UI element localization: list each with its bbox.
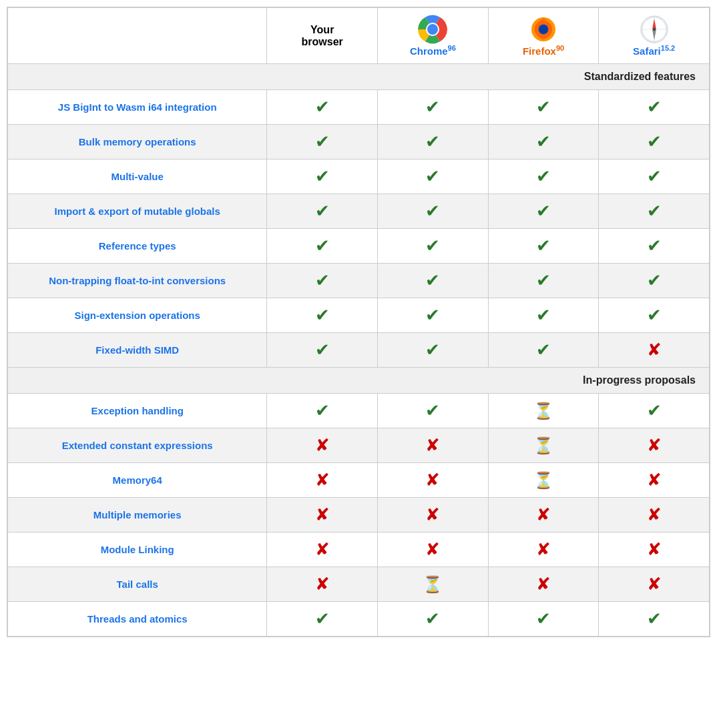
feature-name: Bulk memory operations [79,136,196,147]
support-cell-0: ✔ [267,298,378,333]
cross-icon: ✘ [647,340,662,360]
feature-name-cell: Memory64 [8,463,267,498]
chrome-label: Chrome [410,45,448,57]
check-icon: ✔ [425,97,440,117]
feature-name-cell: Module Linking [8,532,267,567]
support-cell-2: ⏳ [488,463,599,498]
table-row: Memory64 ✘✘⏳✘ [8,463,710,498]
support-cell-3: ✔ [599,90,710,125]
support-cell-2: ✘ [488,498,599,532]
firefox-version: 90 [556,44,564,52]
chrome-icon-wrapper: Chrome96 [383,15,483,57]
support-cell-2: ✔ [488,159,599,194]
support-cell-0: ✔ [267,194,378,229]
section-title-0: Standardized features [8,64,710,90]
support-cell-0: ✔ [267,602,378,637]
firefox-name: Firefox90 [523,44,564,57]
check-icon: ✔ [315,305,330,325]
support-cell-1: ✔ [378,602,489,637]
support-cell-2: ✔ [488,602,599,637]
support-cell-1: ✔ [378,264,489,298]
feature-name-cell: Exception handling [8,394,267,428]
feature-name: Fixed-width SIMD [95,344,179,356]
support-cell-1: ✘ [378,463,489,498]
support-cell-3: ✔ [599,194,710,229]
firefox-icon [529,15,558,44]
check-icon: ✔ [647,236,662,256]
support-cell-1: ✔ [378,125,489,159]
table-row: Bulk memory operations ✔✔✔✔ [8,125,710,159]
feature-name-cell: Extended constant expressions [8,428,267,463]
safari-name: Safari15.2 [633,44,675,57]
cross-icon: ✘ [536,574,551,594]
support-cell-2: ✔ [488,229,599,264]
feature-name-cell: JS BigInt to Wasm i64 integration [8,90,267,125]
support-cell-0: ✔ [267,125,378,159]
support-cell-3: ✘ [599,333,710,368]
header-row: Your browser [8,8,710,64]
chrome-icon [418,15,447,44]
check-icon: ✔ [536,340,551,360]
cross-icon: ✘ [647,574,662,594]
section-title-1: In-progress proposals [8,368,710,394]
support-cell-3: ✘ [599,567,710,602]
cross-icon: ✘ [315,435,330,455]
feature-name: Sign-extension operations [75,310,200,321]
support-cell-0: ✔ [267,229,378,264]
check-icon: ✔ [315,97,330,117]
check-icon: ✔ [536,305,551,325]
check-icon: ✔ [425,166,440,186]
check-icon: ✔ [315,236,330,256]
support-cell-1: ✘ [378,428,489,463]
svg-point-15 [653,28,656,31]
support-cell-3: ✘ [599,463,710,498]
table-row: Import & export of mutable globals ✔✔✔✔ [8,194,710,229]
support-cell-1: ✔ [378,90,489,125]
support-cell-1: ✔ [378,333,489,368]
feature-name: Import & export of mutable globals [55,206,220,217]
check-icon: ✔ [536,270,551,290]
support-cell-2: ⏳ [488,428,599,463]
support-cell-1: ✔ [378,194,489,229]
check-icon: ✔ [647,97,662,117]
safari-label: Safari [633,45,661,57]
cross-icon: ✘ [315,539,330,559]
check-icon: ✔ [425,236,440,256]
check-icon: ✔ [425,340,440,360]
support-cell-2: ✔ [488,333,599,368]
check-icon: ✔ [315,609,330,629]
support-cell-1: ✘ [378,532,489,567]
support-cell-2: ✔ [488,298,599,333]
compatibility-table-wrapper: Your browser [7,7,710,637]
cross-icon: ✘ [647,504,662,524]
support-cell-0: ✔ [267,90,378,125]
check-icon: ✔ [536,131,551,151]
section-header-0: Standardized features [8,64,710,90]
cross-icon: ✘ [315,504,330,524]
feature-name: Module Linking [101,544,174,555]
feature-name: Non-trapping float-to-int conversions [49,275,226,286]
table-row: Sign-extension operations ✔✔✔✔ [8,298,710,333]
feature-name-cell: Multiple memories [8,498,267,532]
safari-icon-wrapper: Safari15.2 [604,15,704,57]
support-cell-1: ✔ [378,298,489,333]
section-header-1: In-progress proposals [8,368,710,394]
check-icon: ✔ [315,166,330,186]
check-icon: ✔ [647,270,662,290]
support-cell-3: ✘ [599,498,710,532]
check-icon: ✔ [315,131,330,151]
check-icon: ✔ [647,201,662,221]
support-cell-0: ✘ [267,567,378,602]
support-cell-2: ✔ [488,194,599,229]
check-icon: ✔ [647,609,662,629]
check-icon: ✔ [425,131,440,151]
table-row: Exception handling ✔✔⏳✔ [8,394,710,428]
support-cell-0: ✘ [267,428,378,463]
table-row: JS BigInt to Wasm i64 integration ✔✔✔✔ [8,90,710,125]
your-browser-header: Your browser [267,8,378,64]
feature-name-cell: Tail calls [8,567,267,602]
support-cell-3: ✔ [599,159,710,194]
support-cell-2: ✔ [488,125,599,159]
support-cell-2: ✔ [488,264,599,298]
support-cell-3: ✔ [599,394,710,428]
